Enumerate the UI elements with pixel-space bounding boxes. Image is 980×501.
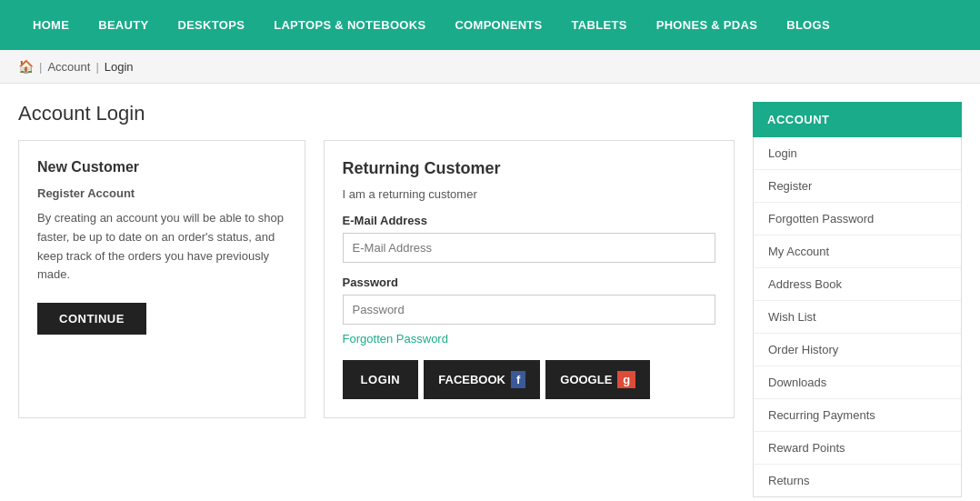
new-customer-card: New Customer Register Account By creatin… (18, 140, 305, 418)
forgotten-password-link[interactable]: Forgotten Password (343, 332, 715, 346)
nav-components[interactable]: COMPONENTS (440, 2, 556, 48)
google-icon: g (617, 371, 635, 388)
breadcrumb-current: Login (105, 60, 134, 74)
breadcrumb-sep1: | (39, 60, 42, 74)
sidebar-link-login[interactable]: Login (754, 137, 961, 170)
google-login-button[interactable]: GOOGLE g (545, 360, 650, 399)
login-buttons: LOGIN FACEBOOK f GOOGLE g (343, 360, 715, 399)
sidebar-link-recurring-payments[interactable]: Recurring Payments (754, 399, 961, 432)
returning-customer-subtitle: I am a returning customer (343, 187, 715, 201)
password-label: Password (343, 276, 715, 289)
page-title: Account Login (18, 102, 735, 125)
password-form-group: Password (343, 276, 715, 325)
returning-customer-heading: Returning Customer (343, 159, 715, 178)
returning-customer-card: Returning Customer I am a returning cust… (324, 140, 735, 418)
sidebar-link-returns[interactable]: Returns (754, 465, 961, 496)
sidebar-link-order-history[interactable]: Order History (754, 334, 961, 366)
nav-home[interactable]: HOME (18, 2, 84, 48)
sidebar: ACCOUNT Login Register Forgotten Passwor… (753, 102, 962, 497)
email-form-group: E-Mail Address (343, 214, 715, 263)
sidebar-link-register[interactable]: Register (754, 170, 961, 203)
sidebar-links: Login Register Forgotten Password My Acc… (753, 137, 962, 497)
breadcrumb: 🏠 | Account | Login (0, 50, 980, 84)
email-label: E-Mail Address (343, 214, 715, 227)
sidebar-header: ACCOUNT (753, 102, 962, 137)
login-button[interactable]: LOGIN (343, 360, 419, 399)
facebook-label: FACEBOOK (438, 373, 505, 386)
nav-beauty[interactable]: BEAUTY (84, 2, 163, 48)
sidebar-link-wish-list[interactable]: Wish List (754, 301, 961, 334)
nav-desktops[interactable]: DESKTOPS (163, 2, 259, 48)
facebook-login-button[interactable]: FACEBOOK f (424, 360, 540, 399)
home-icon[interactable]: 🏠 (18, 59, 34, 74)
breadcrumb-sep2: | (95, 60, 98, 74)
continue-button[interactable]: CONTINUE (37, 303, 146, 335)
nav-laptops[interactable]: LAPTOPS & NOTEBOOKS (259, 2, 440, 48)
sidebar-link-forgotten-password[interactable]: Forgotten Password (754, 203, 961, 235)
sidebar-link-address-book[interactable]: Address Book (754, 268, 961, 301)
new-customer-heading: New Customer (37, 159, 286, 175)
left-content: Account Login New Customer Register Acco… (18, 102, 735, 497)
sidebar-link-my-account[interactable]: My Account (754, 235, 961, 268)
new-customer-description: By creating an account you will be able … (37, 209, 286, 285)
nav-phones[interactable]: PHONES & PDAS (642, 2, 773, 48)
sidebar-link-reward-points[interactable]: Reward Points (754, 432, 961, 465)
sidebar-link-downloads[interactable]: Downloads (754, 366, 961, 399)
main-content: Account Login New Customer Register Acco… (0, 84, 980, 501)
nav-tablets[interactable]: TABLETS (557, 2, 642, 48)
password-input[interactable] (343, 295, 715, 325)
cards-row: New Customer Register Account By creatin… (18, 140, 735, 418)
facebook-icon: f (511, 371, 525, 388)
register-label: Register Account (37, 186, 286, 200)
nav-blogs[interactable]: BLOGS (772, 2, 845, 48)
breadcrumb-account[interactable]: Account (47, 60, 90, 74)
main-nav: HOME BEAUTY DESKTOPS LAPTOPS & NOTEBOOKS… (0, 0, 980, 50)
google-label: GOOGLE (560, 373, 612, 386)
email-input[interactable] (343, 233, 715, 263)
